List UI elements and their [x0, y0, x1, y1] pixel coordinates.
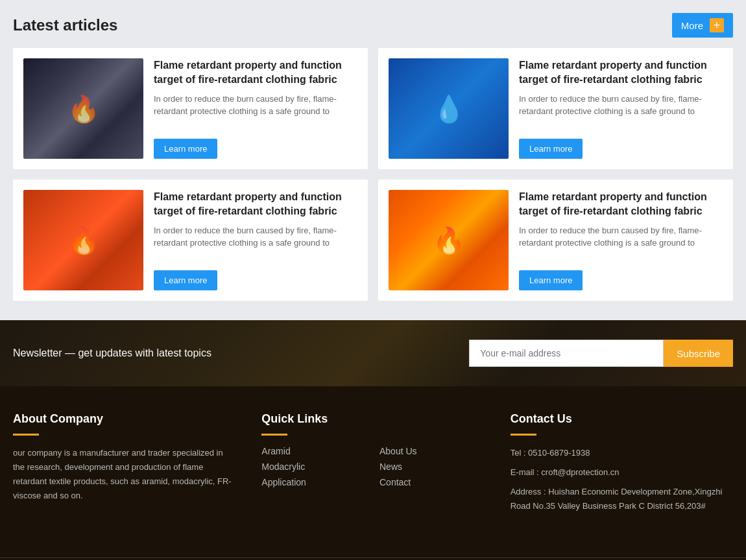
more-label: More [681, 20, 703, 31]
learn-more-button[interactable]: Learn more [519, 270, 583, 290]
article-card: Flame retardant property and function ta… [378, 180, 733, 301]
article-image [389, 58, 509, 159]
learn-more-button[interactable]: Learn more [519, 139, 583, 159]
quick-link-news[interactable]: News [379, 461, 485, 472]
footer-links-col: Quick Links AramidModacrylicApplicationA… [261, 412, 484, 519]
contact-email: E-mail : croft@dprotection.cn [511, 465, 733, 480]
quick-links-col2: About UsNewsContact [379, 446, 485, 493]
article-content: Flame retardant property and function ta… [519, 58, 723, 159]
article-content: Flame retardant property and function ta… [154, 190, 357, 290]
article-content: Flame retardant property and function ta… [154, 58, 357, 159]
quick-link-contact[interactable]: Contact [379, 477, 485, 487]
footer-section: About Company our company is a manufactu… [0, 386, 746, 557]
subscribe-button[interactable]: Subscribe [664, 340, 733, 367]
articles-grid: Flame retardant property and function ta… [13, 48, 733, 301]
articles-header: Latest articles More + [13, 13, 733, 38]
article-image [23, 58, 143, 159]
links-divider [261, 434, 287, 436]
quick-link-about-us[interactable]: About Us [379, 446, 485, 456]
article-image [23, 190, 143, 290]
newsletter-section: Newsletter — get updates with latest top… [0, 320, 746, 386]
learn-more-button[interactable]: Learn more [154, 139, 217, 159]
article-content: Flame retardant property and function ta… [519, 190, 723, 290]
article-headline: Flame retardant property and function ta… [519, 58, 723, 88]
email-input[interactable] [469, 340, 664, 367]
article-description: In order to reduce the burn caused by fi… [519, 93, 723, 118]
bottom-bar: DP Follow us: f 𝕋 in S G © Copyright 202… [0, 557, 746, 560]
quick-link-aramid[interactable]: Aramid [261, 446, 367, 456]
plus-icon: + [710, 18, 724, 32]
about-divider [13, 434, 39, 436]
quick-links-col1: AramidModacrylicApplication [261, 446, 367, 493]
articles-section: Latest articles More + Flame retardant p… [0, 0, 746, 320]
newsletter-form: Subscribe [469, 340, 733, 367]
quick-link-application[interactable]: Application [261, 477, 367, 487]
article-description: In order to reduce the burn caused by fi… [154, 93, 357, 118]
article-headline: Flame retardant property and function ta… [154, 58, 357, 88]
learn-more-button[interactable]: Learn more [154, 270, 217, 290]
links-title: Quick Links [261, 412, 484, 426]
about-title: About Company [13, 412, 235, 426]
quick-links-grid: AramidModacrylicApplicationAbout UsNewsC… [261, 446, 484, 493]
quick-link-modacrylic[interactable]: Modacrylic [261, 461, 367, 472]
contact-tel: Tel : 0510-6879-1938 [511, 446, 733, 460]
article-description: In order to reduce the burn caused by fi… [519, 224, 723, 250]
article-card: Flame retardant property and function ta… [13, 180, 368, 301]
footer-contact-col: Contact Us Tel : 0510-6879-1938 E-mail :… [511, 412, 733, 519]
article-headline: Flame retardant property and function ta… [154, 190, 357, 219]
newsletter-text: Newsletter — get updates with latest top… [13, 347, 211, 359]
article-card: Flame retardant property and function ta… [378, 48, 733, 169]
more-button[interactable]: More + [672, 13, 733, 38]
article-image [389, 190, 509, 290]
footer-about-col: About Company our company is a manufactu… [13, 412, 235, 519]
contact-title: Contact Us [511, 412, 733, 426]
contact-divider [511, 434, 536, 436]
article-headline: Flame retardant property and function ta… [519, 190, 723, 219]
article-description: In order to reduce the burn caused by fi… [154, 224, 357, 250]
articles-section-title: Latest articles [13, 16, 117, 34]
about-description: our company is a manufacturer and trader… [13, 446, 235, 503]
contact-address: Address : Huishan Economic Development Z… [511, 485, 733, 513]
article-card: Flame retardant property and function ta… [13, 48, 368, 169]
footer-grid: About Company our company is a manufactu… [13, 412, 733, 519]
